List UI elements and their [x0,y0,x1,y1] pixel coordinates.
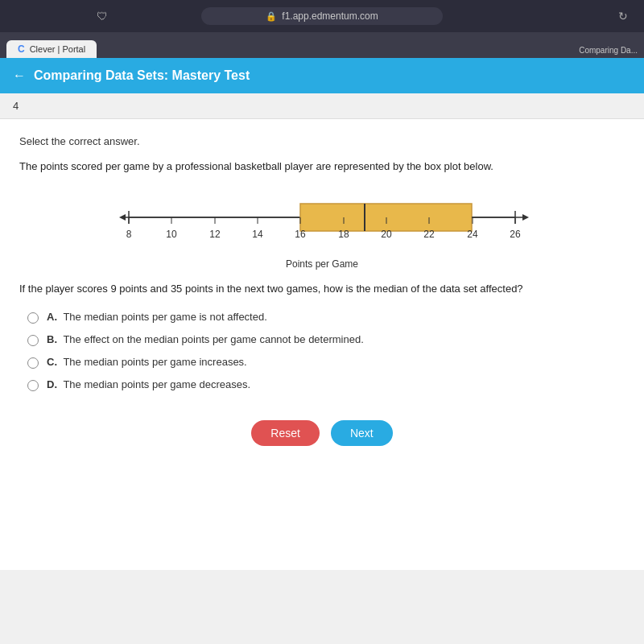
svg-text:8: 8 [126,229,132,240]
svg-text:10: 10 [166,229,177,240]
answer-option-b[interactable]: B. The effect on the median points per g… [27,333,625,346]
back-button[interactable]: ← [13,68,26,83]
active-tab[interactable]: C Clever | Portal [6,40,97,58]
page-title: Comparing Data Sets: Mastery Test [34,68,250,83]
svg-text:24: 24 [467,229,478,240]
question-number: 4 [0,93,644,119]
answer-label-b: B. The effect on the median points per g… [47,333,364,345]
tab-right-label: Comparing Da... [579,46,638,58]
box-plot-container: 8 10 12 14 16 18 20 22 24 26 [19,189,625,254]
radio-a[interactable] [27,312,39,324]
question-text: The points scored per game by a professi… [19,159,625,175]
answer-option-c[interactable]: C. The median points per game increases. [27,356,625,369]
radio-d[interactable] [27,380,39,391]
sub-question: If the player scores 9 points and 35 poi… [19,281,625,297]
radio-c[interactable] [27,357,39,369]
answer-option-a[interactable]: A. The median points per game is not aff… [27,311,625,324]
lock-icon: 🔒 [266,11,277,22]
svg-marker-2 [522,214,529,221]
box-plot-svg: 8 10 12 14 16 18 20 22 24 26 [97,189,547,254]
content-area: 4 Select the correct answer. The points … [0,93,644,644]
app-wrapper: 🛡 🔒 f1.app.edmentum.com ↻ C Clever | Por… [0,0,644,644]
radio-b[interactable] [27,335,39,346]
question-card: Select the correct answer. The points sc… [0,119,644,570]
reset-button[interactable]: Reset [251,420,320,446]
next-button[interactable]: Next [331,420,393,446]
address-bar: 🔒 f1.app.edmentum.com [201,7,443,25]
answer-label-c: C. The median points per game increases. [47,356,247,368]
svg-text:12: 12 [209,229,221,240]
svg-marker-1 [119,214,126,221]
reload-button[interactable]: ↻ [618,10,628,23]
tab-bar: C Clever | Portal Comparing Da... [0,32,644,58]
buttons-row: Reset Next [19,420,625,446]
svg-text:22: 22 [423,229,435,240]
answer-option-d[interactable]: D. The median points per game decreases. [27,378,625,391]
svg-text:18: 18 [338,229,349,240]
svg-text:26: 26 [510,229,521,240]
instruction-text: Select the correct answer. [19,135,625,147]
answer-label-d: D. The median points per game decreases. [47,378,250,390]
axis-label: Points per Game [19,258,625,270]
page-header: ← Comparing Data Sets: Mastery Test [0,58,644,93]
shield-icon: 🛡 [97,10,108,23]
url-text: f1.app.edmentum.com [282,10,378,22]
tab-c-icon: C [18,43,25,55]
browser-chrome: 🛡 🔒 f1.app.edmentum.com ↻ [0,0,644,32]
svg-text:16: 16 [295,229,306,240]
answer-label-a: A. The median points per game is not aff… [47,311,267,323]
answer-choices: A. The median points per game is not aff… [27,311,625,391]
svg-text:20: 20 [381,229,392,240]
tab-label: Clever | Portal [30,44,86,54]
svg-text:14: 14 [252,229,263,240]
